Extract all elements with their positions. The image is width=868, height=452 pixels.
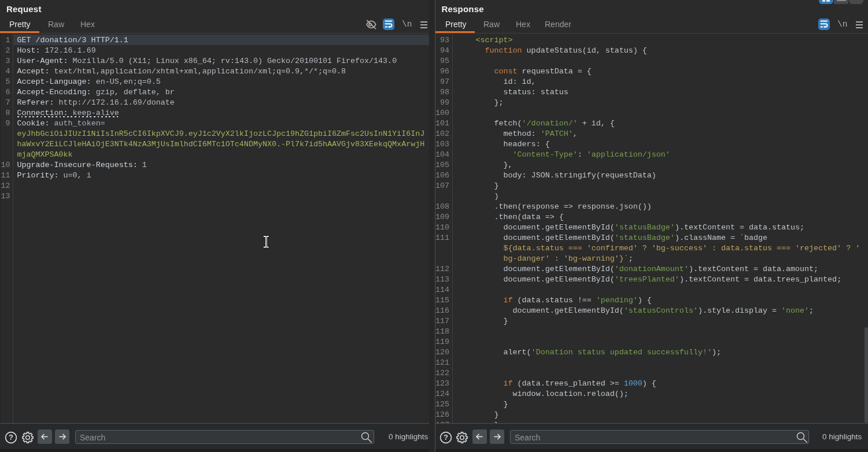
svg-text:?: ? <box>444 433 448 442</box>
svg-text:?: ? <box>9 433 13 442</box>
